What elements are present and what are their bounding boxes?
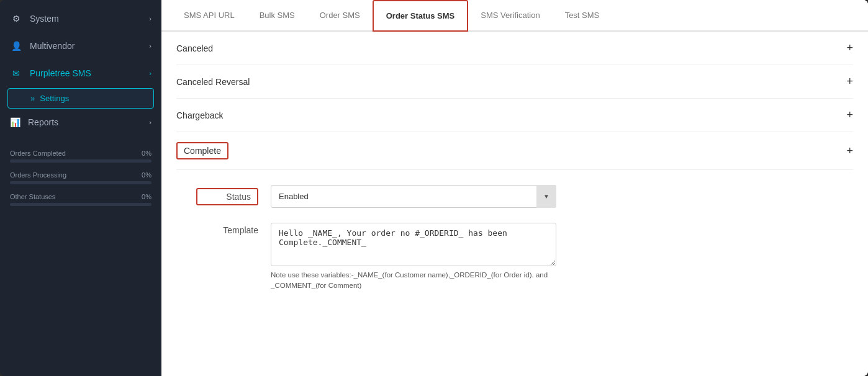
sidebar-item-purpletree-sms-label: Purpletree SMS (30, 68, 91, 78)
orders-completed-label: Orders Completed (10, 150, 66, 157)
orders-processing-label: Orders Processing (10, 171, 66, 179)
tab-order-sms[interactable]: Order SMS (307, 1, 373, 31)
canceled-reversal-label: Canceled Reversal (176, 77, 250, 87)
sidebar-item-purpletree-sms[interactable]: ✉ Purpletree SMS › (0, 60, 161, 87)
status-sections: Canceled + Canceled Reversal + Chargebac… (161, 32, 868, 311)
tab-bulk-sms[interactable]: Bulk SMS (247, 1, 307, 31)
status-row-canceled[interactable]: Canceled + (176, 32, 853, 65)
other-statuses-track (10, 203, 151, 206)
progress-other-statuses: Other Statuses 0% (10, 193, 151, 206)
tab-order-status-sms[interactable]: Order Status SMS (373, 0, 469, 32)
sidebar-item-system[interactable]: ⚙ System › (0, 5, 161, 32)
complete-expanded-form: Status Enabled Disabled ▼ Template (176, 170, 853, 311)
tabs-bar: SMS API URL Bulk SMS Order SMS Order Sta… (161, 0, 868, 32)
envelope-icon: ✉ (10, 67, 22, 79)
status-row-canceled-reversal[interactable]: Canceled Reversal + (176, 65, 853, 99)
sidebar-item-multivendor[interactable]: 👤 Multivendor › (0, 32, 161, 60)
reports-icon: 📊 (10, 117, 20, 127)
status-row-complete[interactable]: Complete + (176, 132, 853, 170)
other-statuses-value: 0% (142, 193, 151, 200)
chevron-right-icon: › (149, 42, 151, 50)
orders-completed-track (10, 159, 151, 163)
orders-processing-value: 0% (142, 171, 151, 179)
tab-sms-verification[interactable]: SMS Verification (468, 1, 552, 31)
status-row-chargeback[interactable]: Chargeback + (176, 99, 853, 132)
sidebar-reports-label: Reports (28, 117, 58, 127)
complete-label: Complete (176, 142, 228, 159)
progress-orders-processing: Orders Processing 0% (10, 171, 151, 184)
user-icon: 👤 (10, 40, 22, 52)
form-row-status: Status Enabled Disabled ▼ (196, 185, 833, 208)
sidebar: ⚙ System › 👤 Multivendor › ✉ Purpletree … (0, 0, 161, 376)
template-field-label: Template (196, 225, 258, 235)
template-col: Hello _NAME_, Your order no #_ORDERID_ h… (271, 223, 556, 292)
chevron-right-icon: › (149, 15, 151, 22)
status-select[interactable]: Enabled Disabled (271, 185, 556, 208)
template-textarea[interactable]: Hello _NAME_, Your order no #_ORDERID_ h… (271, 223, 556, 266)
canceled-reversal-plus-btn[interactable]: + (846, 75, 853, 88)
chargeback-plus-btn[interactable]: + (846, 109, 853, 122)
progress-orders-completed: Orders Completed 0% (10, 150, 151, 163)
canceled-plus-btn[interactable]: + (846, 42, 853, 55)
template-note: Note use these variables:-_NAME_(for Cus… (271, 270, 556, 292)
sidebar-item-settings[interactable]: Settings (7, 88, 154, 109)
progress-section: Orders Completed 0% Orders Processing 0% (0, 140, 161, 225)
orders-completed-value: 0% (142, 150, 151, 157)
form-row-template: Template Hello _NAME_, Your order no #_O… (196, 223, 833, 292)
sidebar-item-settings-label: Settings (40, 94, 69, 103)
chevron-right-icon: › (149, 69, 151, 77)
main-content: SMS API URL Bulk SMS Order SMS Order Sta… (161, 0, 868, 376)
orders-processing-track (10, 181, 151, 184)
status-field-label: Status (196, 188, 258, 205)
sidebar-item-reports[interactable]: 📊 Reports › (0, 110, 161, 135)
sidebar-item-system-label: System (30, 14, 59, 24)
canceled-label: Canceled (176, 43, 213, 53)
content-area: SMS API URL Bulk SMS Order SMS Order Sta… (161, 0, 868, 376)
complete-plus-btn[interactable]: + (846, 145, 853, 158)
chevron-right-icon: › (149, 119, 151, 126)
other-statuses-label: Other Statuses (10, 193, 55, 200)
status-select-wrapper: Enabled Disabled ▼ (271, 185, 556, 208)
sidebar-item-multivendor-label: Multivendor (30, 41, 75, 51)
chargeback-label: Chargeback (176, 110, 224, 120)
tab-test-sms[interactable]: Test SMS (553, 1, 612, 31)
tab-sms-api-url[interactable]: SMS API URL (171, 1, 247, 31)
system-icon: ⚙ (10, 12, 22, 25)
